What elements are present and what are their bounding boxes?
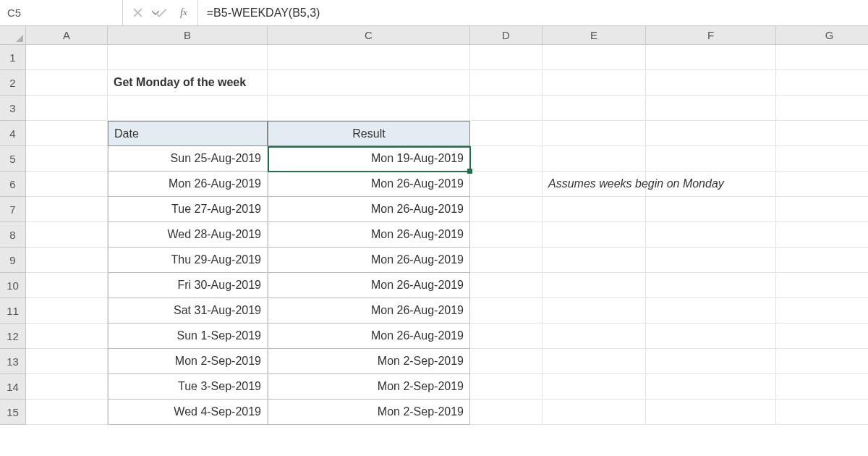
cell-F12[interactable] xyxy=(646,324,776,349)
col-head-F[interactable]: F xyxy=(646,26,776,45)
cell-B8[interactable]: Wed 28-Aug-2019 xyxy=(108,222,268,248)
cell-E9[interactable] xyxy=(542,248,646,273)
cell-C15[interactable]: Mon 2-Sep-2019 xyxy=(268,400,470,425)
table-header-result[interactable]: Result xyxy=(268,121,470,146)
cell-B11[interactable]: Sat 31-Aug-2019 xyxy=(108,298,268,324)
row-head-9[interactable]: 9 xyxy=(0,248,26,273)
cell-A8[interactable] xyxy=(26,222,108,248)
cell-F11[interactable] xyxy=(646,298,776,324)
formula-input[interactable] xyxy=(198,0,868,25)
cell-E14[interactable] xyxy=(542,374,646,400)
cell-A1[interactable] xyxy=(26,45,108,70)
cell-E8[interactable] xyxy=(542,222,646,248)
row-head-15[interactable]: 15 xyxy=(0,400,26,425)
cell-D7[interactable] xyxy=(470,197,542,222)
cell-C5[interactable]: Mon 19-Aug-2019 xyxy=(268,146,470,172)
cell-D8[interactable] xyxy=(470,222,542,248)
cell-B14[interactable]: Tue 3-Sep-2019 xyxy=(108,374,268,400)
cell-C10[interactable]: Mon 26-Aug-2019 xyxy=(268,273,470,298)
cell-C8[interactable]: Mon 26-Aug-2019 xyxy=(268,222,470,248)
cell-C1[interactable] xyxy=(268,45,470,70)
row-head-4[interactable]: 4 xyxy=(0,121,26,146)
cell-C13[interactable]: Mon 2-Sep-2019 xyxy=(268,349,470,374)
row-head-6[interactable]: 6 xyxy=(0,172,26,197)
cell-C11[interactable]: Mon 26-Aug-2019 xyxy=(268,298,470,324)
cell-E13[interactable] xyxy=(542,349,646,374)
cell-C14[interactable]: Mon 2-Sep-2019 xyxy=(268,374,470,400)
col-head-E[interactable]: E xyxy=(542,26,646,45)
cell-F9[interactable] xyxy=(646,248,776,273)
cell-F5[interactable] xyxy=(646,146,776,172)
cell-E11[interactable] xyxy=(542,298,646,324)
cell-D1[interactable] xyxy=(470,45,542,70)
cell-B15[interactable]: Wed 4-Sep-2019 xyxy=(108,400,268,425)
row-head-1[interactable]: 1 xyxy=(0,45,26,70)
col-head-G[interactable]: G xyxy=(776,26,868,45)
row-head-8[interactable]: 8 xyxy=(0,222,26,248)
cell-C6[interactable]: Mon 26-Aug-2019 xyxy=(268,172,470,197)
row-head-5[interactable]: 5 xyxy=(0,146,26,172)
cell-D3[interactable] xyxy=(470,96,542,121)
cell-A4[interactable] xyxy=(26,121,108,146)
cell-E5[interactable] xyxy=(542,146,646,172)
enter-icon[interactable] xyxy=(156,8,167,17)
row-head-7[interactable]: 7 xyxy=(0,197,26,222)
cell-E3[interactable] xyxy=(542,96,646,121)
cell-F4[interactable] xyxy=(646,121,776,146)
cell-G13[interactable] xyxy=(776,349,868,374)
cell-D6[interactable] xyxy=(470,172,542,197)
page-title[interactable]: Get Monday of the week xyxy=(108,70,268,96)
cell-D11[interactable] xyxy=(470,298,542,324)
cell-G10[interactable] xyxy=(776,273,868,298)
cell-B13[interactable]: Mon 2-Sep-2019 xyxy=(108,349,268,374)
cell-F7[interactable] xyxy=(646,197,776,222)
cell-B6[interactable]: Mon 26-Aug-2019 xyxy=(108,172,268,197)
cell-A6[interactable] xyxy=(26,172,108,197)
row-head-2[interactable]: 2 xyxy=(0,70,26,96)
cell-E7[interactable] xyxy=(542,197,646,222)
cell-E1[interactable] xyxy=(542,45,646,70)
cell-F10[interactable] xyxy=(646,273,776,298)
cell-C3[interactable] xyxy=(268,96,470,121)
cell-D2[interactable] xyxy=(470,70,542,96)
cell-F3[interactable] xyxy=(646,96,776,121)
cell-A10[interactable] xyxy=(26,273,108,298)
cell-F15[interactable] xyxy=(646,400,776,425)
cell-D9[interactable] xyxy=(470,248,542,273)
cell-G8[interactable] xyxy=(776,222,868,248)
cell-D12[interactable] xyxy=(470,324,542,349)
cell-A12[interactable] xyxy=(26,324,108,349)
cell-B5[interactable]: Sun 25-Aug-2019 xyxy=(108,146,268,172)
cell-G1[interactable] xyxy=(776,45,868,70)
cell-E10[interactable] xyxy=(542,273,646,298)
cell-C2[interactable] xyxy=(268,70,470,96)
cell-G2[interactable] xyxy=(776,70,868,96)
cell-G6[interactable] xyxy=(776,172,868,197)
cell-A15[interactable] xyxy=(26,400,108,425)
cell-A5[interactable] xyxy=(26,146,108,172)
select-all-corner[interactable] xyxy=(0,26,26,45)
cell-G15[interactable] xyxy=(776,400,868,425)
cell-C7[interactable]: Mon 26-Aug-2019 xyxy=(268,197,470,222)
row-head-14[interactable]: 14 xyxy=(0,374,26,400)
cell-A7[interactable] xyxy=(26,197,108,222)
col-head-A[interactable]: A xyxy=(26,26,108,45)
cell-E15[interactable] xyxy=(542,400,646,425)
cell-A11[interactable] xyxy=(26,298,108,324)
cell-B12[interactable]: Sun 1-Sep-2019 xyxy=(108,324,268,349)
table-header-date[interactable]: Date xyxy=(108,121,268,146)
row-head-3[interactable]: 3 xyxy=(0,96,26,121)
cell-E4[interactable] xyxy=(542,121,646,146)
cell-F14[interactable] xyxy=(646,374,776,400)
cell-F13[interactable] xyxy=(646,349,776,374)
cell-E12[interactable] xyxy=(542,324,646,349)
note-text[interactable]: Assumes weeks begin on Monday xyxy=(542,172,646,197)
cell-G11[interactable] xyxy=(776,298,868,324)
cell-F8[interactable] xyxy=(646,222,776,248)
col-head-D[interactable]: D xyxy=(470,26,542,45)
cell-G3[interactable] xyxy=(776,96,868,121)
cell-G7[interactable] xyxy=(776,197,868,222)
cell-C9[interactable]: Mon 26-Aug-2019 xyxy=(268,248,470,273)
cell-F2[interactable] xyxy=(646,70,776,96)
col-head-C[interactable]: C xyxy=(268,26,470,45)
